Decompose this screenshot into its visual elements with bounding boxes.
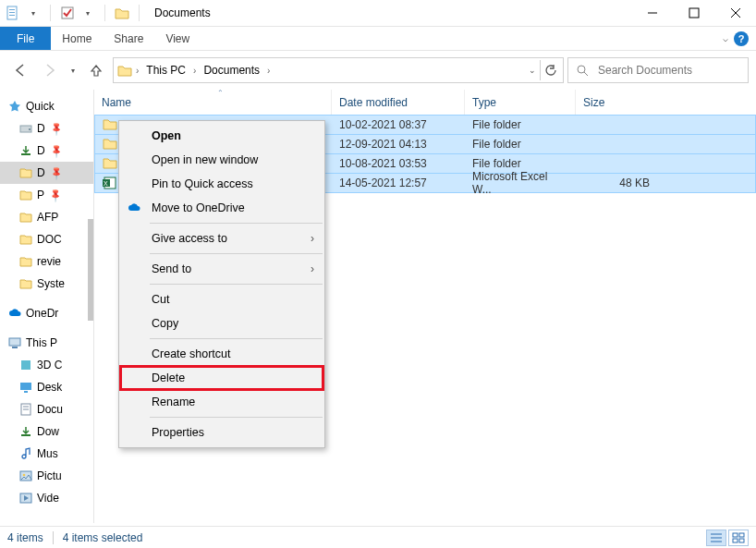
folder-icon	[18, 276, 33, 291]
svg-rect-34	[733, 539, 738, 542]
forward-button[interactable]	[37, 57, 63, 83]
sidebar-item[interactable]: Desk	[0, 376, 93, 398]
sidebar-quick-access[interactable]: Quick	[0, 95, 93, 117]
svg-rect-18	[24, 391, 28, 393]
chevron-down-icon[interactable]: ▾	[26, 6, 41, 20]
ctx-delete[interactable]: Delete	[120, 366, 323, 390]
sidebar-item-label: Desk	[37, 381, 62, 394]
svg-point-24	[23, 474, 26, 477]
pin-icon: 📌	[48, 188, 63, 202]
chevron-right-icon[interactable]: ›	[136, 66, 139, 76]
chevron-right-icon[interactable]: ›	[193, 66, 196, 76]
checkbox-icon[interactable]	[60, 6, 75, 20]
address-bar[interactable]: › This PC › Documents › ⌄	[113, 57, 564, 83]
file-type: File folder	[465, 135, 576, 153]
sidebar-this-pc[interactable]: This P	[0, 332, 93, 354]
svg-rect-6	[689, 8, 699, 18]
sidebar-item-label: Dow	[37, 425, 59, 438]
scrollbar[interactable]	[88, 219, 93, 321]
svg-rect-35	[739, 539, 744, 542]
sidebar-item-label: Mus	[37, 447, 58, 460]
svg-rect-15	[12, 347, 18, 348]
breadcrumb-documents[interactable]: Documents	[200, 64, 263, 77]
tab-file[interactable]: File	[0, 27, 51, 50]
chevron-right-icon[interactable]: ›	[267, 66, 270, 76]
status-item-count: 4 items	[7, 531, 43, 544]
svg-rect-32	[733, 533, 738, 537]
ctx-open[interactable]: Open	[120, 124, 323, 148]
chevron-right-icon: ›	[311, 262, 314, 275]
sidebar-item-label: Syste	[37, 277, 65, 290]
view-details-button[interactable]	[706, 530, 726, 546]
tab-home[interactable]: Home	[51, 27, 103, 50]
sidebar-item[interactable]: AFP	[0, 206, 93, 228]
address-dropdown-icon[interactable]: ⌄	[529, 66, 536, 75]
sidebar-item[interactable]: D📌	[0, 117, 93, 140]
ctx-properties[interactable]: Properties	[120, 420, 323, 444]
svg-line-10	[584, 72, 588, 76]
pictures-icon	[18, 469, 33, 483]
pc-icon	[7, 335, 22, 350]
chevron-down-icon[interactable]: ▾	[80, 6, 95, 20]
sidebar-item-label: AFP	[37, 211, 58, 224]
sidebar-item[interactable]: DOC	[0, 228, 93, 250]
close-button[interactable]	[714, 0, 756, 27]
sidebar-item[interactable]: 3D C	[0, 354, 93, 376]
recent-dropdown[interactable]: ▾	[67, 57, 79, 83]
help-icon[interactable]: ?	[734, 31, 749, 46]
tab-view[interactable]: View	[154, 27, 201, 50]
ctx-pin-quick-access[interactable]: Pin to Quick access	[120, 172, 323, 196]
ctx-copy[interactable]: Copy	[120, 311, 323, 335]
sidebar-item[interactable]: Mus	[0, 443, 93, 465]
sidebar-item[interactable]: D📌	[0, 162, 93, 184]
view-icons-button[interactable]	[728, 530, 749, 546]
file-size	[576, 135, 665, 153]
sidebar-onedrive[interactable]: OneDr	[0, 302, 93, 324]
back-button[interactable]	[7, 57, 33, 83]
ctx-give-access[interactable]: Give access to›	[120, 226, 323, 250]
ctx-open-new-window[interactable]: Open in new window	[120, 148, 323, 172]
up-button[interactable]	[83, 57, 109, 83]
svg-text:X: X	[104, 180, 108, 187]
refresh-icon[interactable]	[544, 64, 557, 77]
ctx-rename[interactable]: Rename	[120, 390, 323, 414]
minimize-button[interactable]	[631, 0, 673, 27]
sidebar-item[interactable]: revie	[0, 250, 93, 273]
folder-icon	[18, 188, 33, 202]
ctx-send-to[interactable]: Send to›	[120, 257, 323, 281]
column-size[interactable]: Size	[575, 90, 664, 115]
3d-icon	[18, 358, 33, 372]
search-box[interactable]	[567, 57, 749, 83]
svg-rect-2	[9, 12, 15, 13]
context-menu: Open Open in new window Pin to Quick acc…	[118, 120, 325, 448]
column-type[interactable]: Type	[464, 90, 575, 115]
music-icon	[18, 446, 33, 461]
ctx-create-shortcut[interactable]: Create shortcut	[120, 342, 323, 366]
sidebar-item-label: OneDr	[26, 307, 58, 320]
svg-rect-14	[9, 338, 20, 346]
star-icon	[7, 99, 22, 114]
pin-icon: 📌	[49, 165, 64, 180]
maximize-button[interactable]	[673, 0, 714, 27]
ctx-cut[interactable]: Cut	[120, 287, 323, 311]
sidebar-item[interactable]: Docu	[0, 398, 93, 420]
ctx-move-onedrive[interactable]: Move to OneDrive	[120, 196, 323, 220]
title-bar: ▾ ▾ Documents	[0, 0, 756, 27]
sidebar-item[interactable]: P📌	[0, 184, 93, 206]
sidebar-item[interactable]: Pictu	[0, 465, 93, 487]
column-date[interactable]: Date modified	[331, 90, 464, 115]
expand-ribbon-icon[interactable]: ⌵	[723, 33, 728, 43]
search-input[interactable]	[596, 63, 740, 78]
file-type: Microsoft Excel W...	[465, 174, 576, 192]
column-name[interactable]: ⌃ Name	[94, 90, 331, 115]
breadcrumb-this-pc[interactable]: This PC	[142, 64, 189, 77]
sidebar-item[interactable]: Vide	[0, 487, 93, 509]
folder-icon	[18, 165, 33, 180]
sidebar-item-label: revie	[37, 255, 61, 268]
sidebar-item[interactable]: Syste	[0, 273, 93, 295]
sidebar-item[interactable]: Dow	[0, 420, 93, 443]
folder-icon	[103, 156, 117, 171]
ribbon-tabs: File Home Share View ⌵ ?	[0, 27, 756, 51]
tab-share[interactable]: Share	[103, 27, 154, 50]
sidebar-item[interactable]: D📌	[0, 140, 93, 162]
